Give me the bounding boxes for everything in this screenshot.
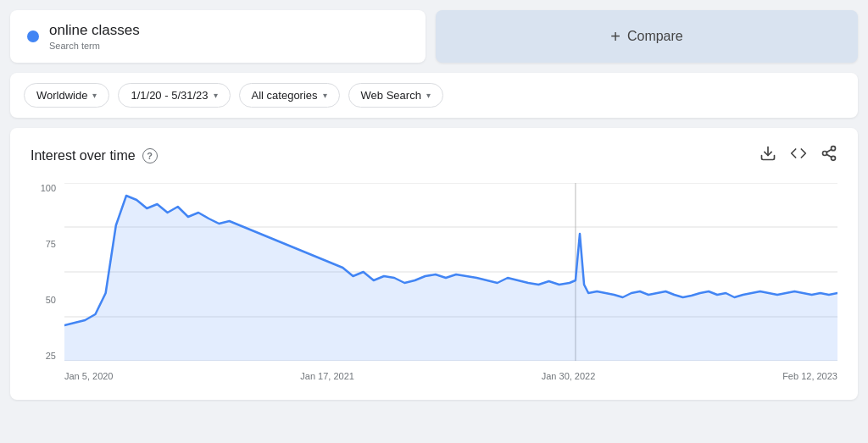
x-label-jan2021: Jan 17, 2021 — [300, 371, 354, 381]
category-label: All categories — [252, 89, 318, 102]
search-term-sublabel: Search term — [49, 41, 140, 51]
help-icon[interactable]: ? — [142, 148, 158, 163]
compare-plus-icon: + — [610, 27, 620, 47]
search-term-card: online classes Search term — [10, 10, 426, 63]
search-term-dot — [27, 30, 39, 42]
chart-card: Interest over time ? — [10, 128, 858, 400]
chart-title: Interest over time — [31, 148, 136, 163]
svg-line-5 — [826, 149, 832, 152]
search-type-chevron: ▾ — [426, 91, 431, 100]
date-range-chevron: ▾ — [214, 91, 218, 100]
y-label-50: 50 — [46, 295, 56, 305]
y-label-25: 25 — [46, 351, 56, 361]
category-filter[interactable]: All categories ▾ — [239, 83, 340, 108]
x-label-feb2023: Feb 12, 2023 — [782, 371, 837, 381]
compare-label: Compare — [627, 29, 683, 44]
date-range-label: 1/1/20 - 5/31/23 — [131, 89, 208, 102]
y-axis: 100 75 50 25 — [31, 183, 61, 361]
search-term-label: online classes — [49, 22, 140, 39]
x-label-jan2020: Jan 5, 2020 — [64, 371, 114, 381]
compare-card[interactable]: + Compare — [436, 10, 858, 63]
chart-svg-container — [64, 183, 837, 361]
chart-area: 100 75 50 25 Jan 5, — [31, 183, 837, 386]
code-icon[interactable] — [790, 145, 807, 166]
location-label: Worldwide — [36, 89, 87, 102]
date-range-filter[interactable]: 1/1/20 - 5/31/23 ▾ — [118, 83, 230, 108]
x-axis: Jan 5, 2020 Jan 17, 2021 Jan 30, 2022 Fe… — [64, 366, 837, 386]
category-chevron: ▾ — [323, 91, 327, 100]
svg-line-4 — [826, 154, 832, 157]
line-chart — [64, 183, 837, 361]
search-type-filter[interactable]: Web Search ▾ — [348, 83, 443, 108]
download-icon[interactable] — [760, 145, 776, 166]
location-chevron: ▾ — [92, 91, 97, 100]
x-label-jan2022: Jan 30, 2022 — [542, 371, 596, 381]
search-type-label: Web Search — [361, 89, 421, 102]
y-label-100: 100 — [41, 183, 56, 193]
filters-row: Worldwide ▾ 1/1/20 - 5/31/23 ▾ All categ… — [10, 73, 858, 118]
location-filter[interactable]: Worldwide ▾ — [24, 83, 109, 108]
share-icon[interactable] — [821, 145, 837, 166]
y-label-75: 75 — [46, 239, 56, 249]
